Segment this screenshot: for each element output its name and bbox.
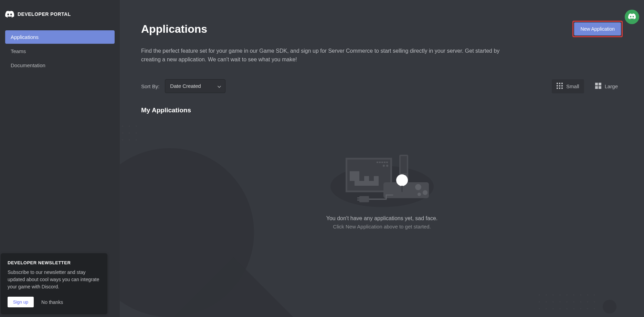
svg-point-35 (594, 308, 595, 309)
svg-rect-37 (559, 83, 560, 84)
svg-point-12 (559, 294, 561, 296)
main: Applications New Application Find the pe… (120, 0, 644, 317)
bg-square-icon (170, 257, 297, 317)
svg-point-27 (539, 308, 540, 309)
svg-point-33 (580, 308, 581, 309)
svg-point-10 (546, 294, 547, 296)
empty-hint: Click New Application above to get start… (333, 224, 431, 229)
svg-rect-84 (357, 200, 359, 201)
view-group: Small Large (552, 79, 623, 93)
svg-rect-40 (559, 85, 560, 86)
svg-rect-71 (401, 156, 407, 173)
content: Applications New Application Find the pe… (120, 0, 644, 229)
svg-rect-53 (355, 171, 359, 176)
svg-rect-59 (364, 181, 369, 186)
svg-rect-41 (561, 85, 563, 86)
page-title: Applications (141, 23, 207, 35)
svg-rect-63 (377, 162, 378, 163)
grid-small-icon (557, 83, 563, 90)
svg-point-13 (566, 294, 568, 296)
svg-point-25 (587, 301, 588, 303)
svg-rect-47 (595, 86, 598, 89)
nav-item-label: Teams (11, 48, 26, 54)
header-row: Applications New Application (141, 21, 623, 37)
svg-rect-62 (374, 181, 379, 186)
view-small-button[interactable]: Small (552, 79, 584, 93)
svg-point-15 (580, 294, 581, 296)
svg-point-9 (539, 294, 540, 296)
svg-point-34 (587, 308, 588, 309)
svg-point-31 (566, 308, 568, 309)
svg-point-69 (386, 165, 388, 167)
svg-point-11 (552, 294, 554, 296)
newsletter-actions: Sign up No thanks (8, 297, 101, 307)
svg-point-16 (587, 294, 588, 296)
svg-rect-36 (557, 83, 558, 84)
sort-select[interactable]: Date Created (165, 79, 225, 93)
nav-item-label: Documentation (11, 62, 45, 68)
svg-rect-65 (381, 162, 383, 163)
svg-rect-67 (386, 162, 388, 163)
svg-point-26 (594, 301, 595, 303)
svg-rect-57 (359, 181, 364, 186)
svg-point-81 (418, 193, 421, 196)
nav-item-applications[interactable]: Applications (5, 30, 115, 44)
svg-rect-82 (359, 196, 369, 202)
new-app-highlight: New Application (572, 21, 623, 37)
new-application-button[interactable]: New Application (574, 22, 621, 35)
nothanks-button[interactable]: No thanks (41, 299, 63, 305)
svg-rect-44 (561, 88, 563, 89)
view-small-label: Small (566, 83, 579, 89)
svg-point-20 (552, 301, 554, 303)
grid-large-icon (595, 83, 601, 90)
brand: DEVELOPER PORTAL (0, 0, 120, 28)
svg-point-28 (546, 308, 547, 309)
svg-point-23 (573, 301, 574, 303)
svg-point-19 (546, 301, 547, 303)
nav-item-teams[interactable]: Teams (5, 44, 115, 58)
svg-rect-61 (374, 176, 379, 181)
empty-illustration-icon (330, 145, 434, 207)
section-title: My Applications (141, 106, 623, 114)
nav-item-documentation[interactable]: Documentation (5, 59, 115, 72)
avatar[interactable] (625, 10, 639, 24)
sidebar: DEVELOPER PORTAL Applications Teams Docu… (0, 0, 120, 317)
svg-rect-78 (401, 186, 403, 192)
empty-message: You don't have any applications yet, sad… (326, 215, 438, 222)
discord-logo-icon (5, 10, 14, 19)
signup-button[interactable]: Sign up (8, 297, 34, 307)
chevron-down-icon (218, 83, 221, 89)
bg-circle-small-icon (603, 300, 616, 314)
nav: Applications Teams Documentation (0, 28, 120, 75)
sort-group: Sort By: Date Created (141, 79, 225, 93)
svg-point-77 (396, 174, 408, 186)
svg-rect-54 (350, 176, 355, 181)
sort-label: Sort By: (141, 83, 159, 89)
svg-point-18 (539, 301, 540, 303)
discord-logo-icon (628, 13, 636, 21)
view-large-label: Large (605, 83, 618, 89)
svg-rect-48 (599, 86, 601, 89)
sort-select-value: Date Created (170, 83, 201, 89)
newsletter-title: DEVELOPER NEWSLETTER (8, 260, 101, 265)
svg-rect-83 (357, 197, 359, 198)
svg-point-29 (552, 308, 554, 309)
svg-rect-46 (599, 83, 601, 85)
brand-title: DEVELOPER PORTAL (18, 11, 71, 17)
svg-point-30 (559, 308, 561, 309)
svg-rect-66 (384, 162, 386, 163)
controls-row: Sort By: Date Created (141, 79, 623, 93)
nav-item-label: Applications (11, 34, 39, 40)
svg-point-32 (573, 308, 574, 309)
svg-rect-42 (557, 88, 558, 89)
svg-rect-45 (595, 83, 598, 85)
intro-text: Find the perfect feature set for your ga… (141, 47, 506, 64)
view-large-button[interactable]: Large (590, 79, 623, 93)
newsletter-card: DEVELOPER NEWSLETTER Subscribe to our ne… (1, 253, 107, 314)
svg-point-79 (415, 184, 421, 190)
empty-state: You don't have any applications yet, sad… (141, 131, 623, 229)
svg-rect-56 (355, 181, 359, 186)
svg-point-14 (573, 294, 574, 296)
svg-point-21 (559, 301, 561, 303)
svg-point-68 (383, 165, 385, 167)
